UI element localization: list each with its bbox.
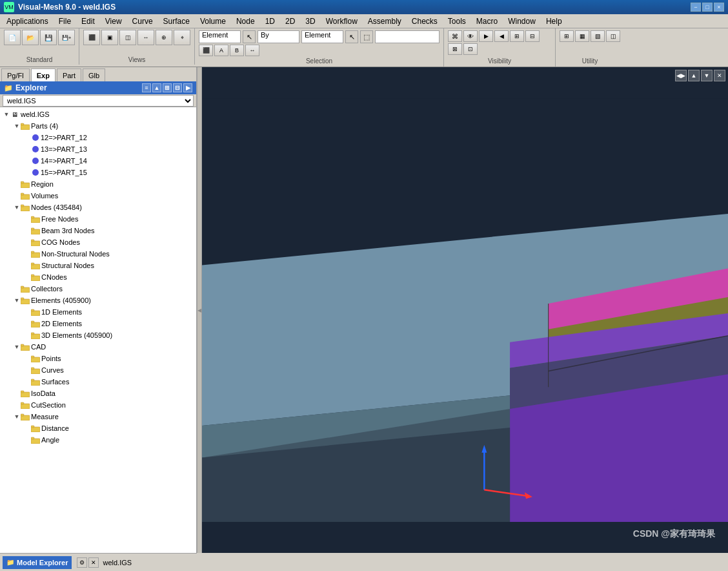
tab-part[interactable]: Part (57, 68, 81, 81)
vis-btn-3[interactable]: ▶ (479, 30, 493, 42)
minimize-button[interactable]: − (691, 3, 701, 12)
tree-item[interactable]: 1D Elements (0, 306, 196, 318)
tree-view[interactable]: ▼🖥weld.IGS▼Parts (4)12=>PART_1213=>PART_… (0, 107, 196, 553)
menu-item-tools[interactable]: Tools (443, 16, 471, 27)
vp-prev-btn[interactable]: ◀▶ (675, 70, 687, 81)
vis-btn-6[interactable]: ⊟ (525, 30, 540, 42)
tree-item[interactable]: ▼Measure (0, 411, 196, 422)
vp-up-btn[interactable]: ▲ (688, 70, 700, 81)
menu-item-volume[interactable]: Volume (195, 16, 231, 27)
save-as-button[interactable]: 💾+ (58, 30, 75, 45)
view-btn-5[interactable]: ⊕ (156, 30, 172, 45)
sel-btn-3[interactable]: B (230, 45, 244, 56)
select-cursor-icon[interactable]: ↖ (345, 30, 358, 43)
sel-btn-1[interactable]: ⬛ (199, 45, 213, 56)
menu-item-3d[interactable]: 3D (300, 16, 320, 27)
menu-item-2d[interactable]: 2D (280, 16, 300, 27)
util-btn-4[interactable]: ◫ (606, 30, 620, 42)
util-btn-3[interactable]: ▧ (591, 30, 605, 42)
tab-pgfl[interactable]: Pg/Fl (1, 68, 30, 81)
element-dropdown-2[interactable]: Element (301, 30, 343, 43)
new-button[interactable]: 📄 (4, 30, 21, 45)
by-dropdown[interactable]: By (258, 30, 299, 43)
select-all-icon[interactable]: ⬚ (360, 30, 373, 43)
explorer-hc-btn-4[interactable]: ⊟ (173, 83, 182, 92)
tree-expander[interactable]: ▼ (13, 122, 21, 130)
tree-item[interactable]: COG Nodes (0, 236, 196, 248)
bottom-close-btn[interactable]: ✕ (88, 557, 99, 568)
menu-item-checks[interactable]: Checks (407, 16, 443, 27)
tree-item[interactable]: 3D Elements (405900) (0, 329, 196, 341)
tree-item[interactable]: ▼CAD (0, 341, 196, 353)
vis-btn-4[interactable]: ◀ (494, 30, 509, 42)
explorer-hc-btn-1[interactable]: ≡ (142, 83, 151, 92)
save-button[interactable]: 💾 (40, 30, 57, 45)
view-btn-3[interactable]: ◫ (119, 30, 136, 45)
explorer-hc-btn-3[interactable]: ⊞ (163, 83, 172, 92)
explorer-hc-btn-2[interactable]: ▲ (152, 83, 161, 92)
file-selector[interactable]: weld.IGS (3, 95, 194, 107)
tree-item[interactable]: ▼Nodes (435484) (0, 202, 196, 213)
tree-item[interactable]: 15=>PART_15 (0, 167, 196, 178)
menu-item-applications[interactable]: Applications (1, 16, 54, 27)
explorer-hc-btn-5[interactable]: ▶ (183, 83, 192, 92)
tree-item[interactable]: Curves (0, 364, 196, 376)
menu-item-assembly[interactable]: Assembly (363, 16, 407, 27)
tree-item[interactable]: IsoData (0, 388, 196, 399)
tree-item[interactable]: 2D Elements (0, 318, 196, 329)
tree-item[interactable]: Structural Nodes (0, 260, 196, 271)
view-btn-6[interactable]: ⌖ (174, 30, 190, 45)
tree-expander[interactable]: ▼ (13, 413, 21, 420)
view-btn-2[interactable]: ▣ (101, 30, 118, 45)
tree-expander[interactable]: ▼ (3, 110, 10, 118)
close-button[interactable]: × (714, 3, 724, 12)
tree-expander[interactable]: ▼ (13, 296, 21, 304)
tree-item[interactable]: CutSection (0, 399, 196, 411)
vis-btn-2[interactable]: 👁 (463, 30, 478, 42)
tree-item[interactable]: Surfaces (0, 376, 196, 388)
tab-glb[interactable]: Glb (83, 68, 105, 81)
cursor-icon[interactable]: ↖ (243, 30, 256, 43)
tree-item[interactable]: CNodes (0, 271, 196, 283)
view-btn-4[interactable]: ↔ (137, 30, 154, 45)
element-dropdown-1[interactable]: Element (199, 30, 241, 43)
menu-item-edit[interactable]: Edit (76, 16, 100, 27)
search-input-field[interactable] (375, 30, 440, 43)
vis-btn-8[interactable]: ⊡ (463, 43, 478, 55)
vis-btn-5[interactable]: ⊞ (510, 30, 524, 42)
util-btn-1[interactable]: ⊞ (560, 30, 574, 42)
bottom-settings-btn[interactable]: ⚙ (77, 557, 87, 568)
tree-item[interactable]: Points (0, 353, 196, 364)
tree-item[interactable]: Distance (0, 422, 196, 434)
menu-item-window[interactable]: Window (503, 16, 541, 27)
tree-item[interactable]: Non-Structural Nodes (0, 248, 196, 260)
view-btn-1[interactable]: ⬛ (83, 30, 100, 45)
tree-item[interactable]: Volumes (0, 190, 196, 202)
tree-item[interactable]: Beam 3rd Nodes (0, 225, 196, 236)
menu-item-view[interactable]: View (100, 16, 127, 27)
viewport[interactable]: ◀▶ ▲ ▼ ✕ (202, 67, 728, 553)
menu-item-help[interactable]: Help (541, 16, 567, 27)
tree-item[interactable]: Free Nodes (0, 213, 196, 225)
sel-btn-4[interactable]: ↔ (245, 45, 259, 56)
tree-item[interactable]: ▼🖥weld.IGS (0, 109, 196, 120)
vis-btn-7[interactable]: ⊠ (448, 43, 462, 55)
vp-close-btn[interactable]: ✕ (714, 70, 725, 81)
menu-item-surface[interactable]: Surface (158, 16, 195, 27)
tree-item[interactable]: ▼Elements (405900) (0, 295, 196, 306)
menu-item-file[interactable]: File (54, 16, 76, 27)
tree-item[interactable]: 14=>PART_14 (0, 155, 196, 167)
tree-expander[interactable]: ▼ (13, 203, 21, 211)
tree-item[interactable]: Collectors (0, 283, 196, 295)
menu-item-1d[interactable]: 1D (260, 16, 280, 27)
menu-item-workflow[interactable]: Workflow (321, 16, 363, 27)
tree-item[interactable]: ▼Parts (4) (0, 120, 196, 132)
menu-item-node[interactable]: Node (231, 16, 260, 27)
menu-item-macro[interactable]: Macro (471, 16, 503, 27)
util-btn-2[interactable]: ▦ (575, 30, 589, 42)
tree-item[interactable]: 12=>PART_12 (0, 132, 196, 143)
tree-expander[interactable]: ▼ (13, 343, 21, 351)
maximize-button[interactable]: □ (702, 3, 713, 12)
collapse-handle[interactable]: ◀ (197, 67, 202, 553)
open-button[interactable]: 📂 (22, 30, 39, 45)
